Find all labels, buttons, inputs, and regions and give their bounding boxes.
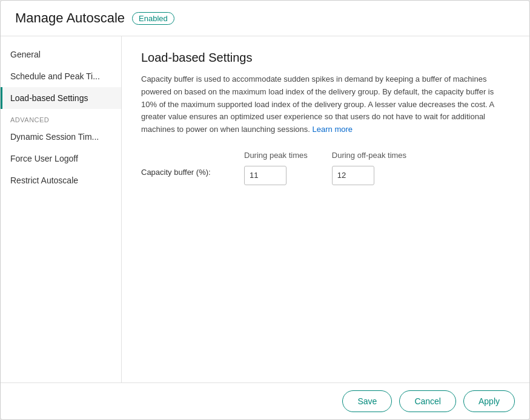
modal-body: General Schedule and Peak Ti... Load-bas… [1, 36, 529, 382]
sidebar-item-general[interactable]: General [1, 44, 121, 65]
sidebar-item-schedule[interactable]: Schedule and Peak Ti... [1, 65, 121, 87]
cancel-button[interactable]: Cancel [399, 390, 456, 412]
learn-more-link[interactable]: Learn more [313, 125, 353, 134]
sidebar-item-restrict[interactable]: Restrict Autoscale [1, 169, 121, 191]
sidebar-item-load-based[interactable]: Load-based Settings [1, 87, 121, 109]
enabled-badge: Enabled [132, 12, 174, 25]
modal-container: Manage Autoscale Enabled General Schedul… [0, 0, 530, 420]
content-title: Load-based Settings [141, 51, 510, 65]
modal-header: Manage Autoscale Enabled [1, 1, 529, 36]
capacity-buffer-label: Capacity buffer (%): [141, 151, 220, 177]
apply-button[interactable]: Apply [463, 390, 515, 412]
sidebar-item-force-logoff[interactable]: Force User Logoff [1, 148, 121, 169]
sidebar-item-dynamic[interactable]: Dynamic Session Tim... [1, 126, 121, 148]
during-peak-label: During peak times [244, 151, 308, 160]
content-description: Capacity buffer is used to accommodate s… [141, 73, 510, 136]
save-button[interactable]: Save [342, 390, 392, 412]
capacity-row: Capacity buffer (%): During peak times D… [141, 151, 510, 185]
modal-footer: Save Cancel Apply [1, 382, 529, 419]
sidebar: General Schedule and Peak Ti... Load-bas… [1, 36, 122, 382]
offpeak-group: During off-peak times [332, 151, 406, 185]
peak-value-input[interactable] [244, 166, 287, 185]
advanced-section-label: ADVANCED [1, 109, 121, 126]
during-offpeak-label: During off-peak times [332, 151, 406, 160]
content-area: Load-based Settings Capacity buffer is u… [122, 36, 529, 382]
modal-title: Manage Autoscale [15, 10, 125, 26]
peak-group: During peak times [244, 151, 308, 185]
offpeak-value-input[interactable] [332, 166, 374, 185]
